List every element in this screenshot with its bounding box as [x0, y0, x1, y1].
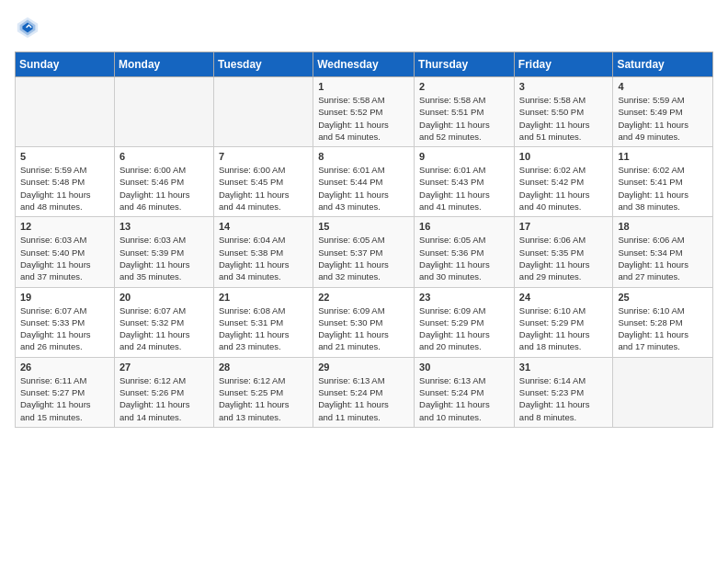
calendar-cell: 18Sunrise: 6:06 AM Sunset: 5:34 PM Dayli…: [613, 217, 713, 287]
weekday-header-row: SundayMondayTuesdayWednesdayThursdayFrid…: [16, 52, 713, 77]
day-number: 17: [519, 221, 609, 232]
day-info: Sunrise: 6:02 AM Sunset: 5:41 PM Dayligh…: [618, 164, 708, 213]
day-info: Sunrise: 6:07 AM Sunset: 5:32 PM Dayligh…: [119, 304, 209, 353]
day-number: 10: [519, 151, 609, 162]
calendar-cell: 25Sunrise: 6:10 AM Sunset: 5:28 PM Dayli…: [613, 287, 713, 357]
weekday-header-saturday: Saturday: [613, 52, 713, 77]
page-header: [15, 15, 713, 40]
calendar-cell: 1Sunrise: 5:58 AM Sunset: 5:52 PM Daylig…: [313, 77, 415, 147]
calendar-cell: 5Sunrise: 5:59 AM Sunset: 5:48 PM Daylig…: [16, 147, 115, 217]
day-info: Sunrise: 5:59 AM Sunset: 5:48 PM Dayligh…: [20, 164, 109, 213]
calendar-table: SundayMondayTuesdayWednesdayThursdayFrid…: [15, 52, 713, 428]
day-number: 27: [119, 362, 209, 373]
calendar-cell: 29Sunrise: 6:13 AM Sunset: 5:24 PM Dayli…: [313, 357, 415, 427]
weekday-header-tuesday: Tuesday: [213, 52, 313, 77]
weekday-header-wednesday: Wednesday: [313, 52, 415, 77]
day-number: 16: [419, 221, 509, 232]
day-number: 12: [20, 221, 109, 232]
day-info: Sunrise: 5:59 AM Sunset: 5:49 PM Dayligh…: [618, 94, 708, 143]
calendar-cell: 31Sunrise: 6:14 AM Sunset: 5:23 PM Dayli…: [514, 357, 613, 427]
day-number: 23: [419, 292, 509, 303]
day-info: Sunrise: 6:08 AM Sunset: 5:31 PM Dayligh…: [219, 304, 308, 353]
calendar-cell: 27Sunrise: 6:12 AM Sunset: 5:26 PM Dayli…: [114, 357, 213, 427]
weekday-header-sunday: Sunday: [16, 52, 115, 77]
day-number: 15: [318, 221, 409, 232]
weekday-header-friday: Friday: [514, 52, 613, 77]
day-number: 18: [618, 221, 708, 232]
day-info: Sunrise: 6:10 AM Sunset: 5:29 PM Dayligh…: [519, 304, 609, 353]
day-number: 7: [219, 151, 308, 162]
logo-icon: [15, 15, 40, 40]
day-info: Sunrise: 6:03 AM Sunset: 5:39 PM Dayligh…: [119, 234, 209, 282]
calendar-cell: 12Sunrise: 6:03 AM Sunset: 5:40 PM Dayli…: [16, 217, 115, 287]
day-info: Sunrise: 6:02 AM Sunset: 5:42 PM Dayligh…: [519, 164, 609, 213]
day-info: Sunrise: 6:13 AM Sunset: 5:24 PM Dayligh…: [318, 374, 409, 423]
calendar-cell: 8Sunrise: 6:01 AM Sunset: 5:44 PM Daylig…: [313, 147, 415, 217]
day-number: 21: [219, 292, 308, 303]
calendar-cell: 20Sunrise: 6:07 AM Sunset: 5:32 PM Dayli…: [114, 287, 213, 357]
day-number: 31: [519, 362, 609, 373]
day-number: 4: [618, 81, 708, 92]
calendar-week-row: 12Sunrise: 6:03 AM Sunset: 5:40 PM Dayli…: [16, 217, 713, 287]
calendar-cell: 14Sunrise: 6:04 AM Sunset: 5:38 PM Dayli…: [213, 217, 313, 287]
day-info: Sunrise: 6:07 AM Sunset: 5:33 PM Dayligh…: [20, 304, 109, 353]
calendar-week-row: 1Sunrise: 5:58 AM Sunset: 5:52 PM Daylig…: [16, 77, 713, 147]
day-number: 6: [119, 151, 209, 162]
calendar-cell: 13Sunrise: 6:03 AM Sunset: 5:39 PM Dayli…: [114, 217, 213, 287]
calendar-cell: 22Sunrise: 6:09 AM Sunset: 5:30 PM Dayli…: [313, 287, 415, 357]
calendar-cell: 3Sunrise: 5:58 AM Sunset: 5:50 PM Daylig…: [514, 77, 613, 147]
day-info: Sunrise: 6:06 AM Sunset: 5:34 PM Dayligh…: [618, 234, 708, 282]
day-info: Sunrise: 6:01 AM Sunset: 5:44 PM Dayligh…: [318, 164, 409, 213]
calendar-cell: 26Sunrise: 6:11 AM Sunset: 5:27 PM Dayli…: [16, 357, 115, 427]
calendar-cell: [16, 77, 115, 147]
day-info: Sunrise: 6:03 AM Sunset: 5:40 PM Dayligh…: [20, 234, 109, 282]
day-info: Sunrise: 6:10 AM Sunset: 5:28 PM Dayligh…: [618, 304, 708, 353]
day-info: Sunrise: 6:01 AM Sunset: 5:43 PM Dayligh…: [419, 164, 509, 213]
day-info: Sunrise: 6:04 AM Sunset: 5:38 PM Dayligh…: [219, 234, 308, 282]
day-info: Sunrise: 6:05 AM Sunset: 5:37 PM Dayligh…: [318, 234, 409, 282]
calendar-cell: 19Sunrise: 6:07 AM Sunset: 5:33 PM Dayli…: [16, 287, 115, 357]
calendar-cell: 23Sunrise: 6:09 AM Sunset: 5:29 PM Dayli…: [415, 287, 515, 357]
calendar-week-row: 5Sunrise: 5:59 AM Sunset: 5:48 PM Daylig…: [16, 147, 713, 217]
day-number: 2: [419, 81, 509, 92]
day-info: Sunrise: 6:00 AM Sunset: 5:45 PM Dayligh…: [219, 164, 308, 213]
day-number: 19: [20, 292, 109, 303]
calendar-cell: 30Sunrise: 6:13 AM Sunset: 5:24 PM Dayli…: [415, 357, 515, 427]
weekday-header-monday: Monday: [114, 52, 213, 77]
calendar-cell: [613, 357, 713, 427]
calendar-cell: 16Sunrise: 6:05 AM Sunset: 5:36 PM Dayli…: [415, 217, 515, 287]
calendar-cell: 21Sunrise: 6:08 AM Sunset: 5:31 PM Dayli…: [213, 287, 313, 357]
day-info: Sunrise: 6:09 AM Sunset: 5:29 PM Dayligh…: [419, 304, 509, 353]
calendar-week-row: 19Sunrise: 6:07 AM Sunset: 5:33 PM Dayli…: [16, 287, 713, 357]
calendar-week-row: 26Sunrise: 6:11 AM Sunset: 5:27 PM Dayli…: [16, 357, 713, 427]
day-number: 5: [20, 151, 109, 162]
day-number: 11: [618, 151, 708, 162]
calendar-cell: 6Sunrise: 6:00 AM Sunset: 5:46 PM Daylig…: [114, 147, 213, 217]
day-number: 1: [318, 81, 409, 92]
calendar-cell: [114, 77, 213, 147]
calendar-cell: 10Sunrise: 6:02 AM Sunset: 5:42 PM Dayli…: [514, 147, 613, 217]
day-number: 13: [119, 221, 209, 232]
day-info: Sunrise: 6:12 AM Sunset: 5:26 PM Dayligh…: [119, 374, 209, 423]
day-info: Sunrise: 5:58 AM Sunset: 5:50 PM Dayligh…: [519, 94, 609, 143]
day-info: Sunrise: 6:12 AM Sunset: 5:25 PM Dayligh…: [219, 374, 308, 423]
day-info: Sunrise: 6:05 AM Sunset: 5:36 PM Dayligh…: [419, 234, 509, 282]
day-number: 22: [318, 292, 409, 303]
day-number: 8: [318, 151, 409, 162]
day-number: 26: [20, 362, 109, 373]
logo: [15, 15, 44, 40]
calendar-cell: 17Sunrise: 6:06 AM Sunset: 5:35 PM Dayli…: [514, 217, 613, 287]
calendar-cell: [213, 77, 313, 147]
day-info: Sunrise: 6:00 AM Sunset: 5:46 PM Dayligh…: [119, 164, 209, 213]
day-number: 30: [419, 362, 509, 373]
calendar-cell: 2Sunrise: 5:58 AM Sunset: 5:51 PM Daylig…: [415, 77, 515, 147]
day-info: Sunrise: 5:58 AM Sunset: 5:52 PM Dayligh…: [318, 94, 409, 143]
calendar-cell: 11Sunrise: 6:02 AM Sunset: 5:41 PM Dayli…: [613, 147, 713, 217]
day-info: Sunrise: 6:14 AM Sunset: 5:23 PM Dayligh…: [519, 374, 609, 423]
day-info: Sunrise: 6:11 AM Sunset: 5:27 PM Dayligh…: [20, 374, 109, 423]
day-number: 20: [119, 292, 209, 303]
day-number: 9: [419, 151, 509, 162]
calendar-cell: 24Sunrise: 6:10 AM Sunset: 5:29 PM Dayli…: [514, 287, 613, 357]
calendar-cell: 7Sunrise: 6:00 AM Sunset: 5:45 PM Daylig…: [213, 147, 313, 217]
day-info: Sunrise: 6:09 AM Sunset: 5:30 PM Dayligh…: [318, 304, 409, 353]
